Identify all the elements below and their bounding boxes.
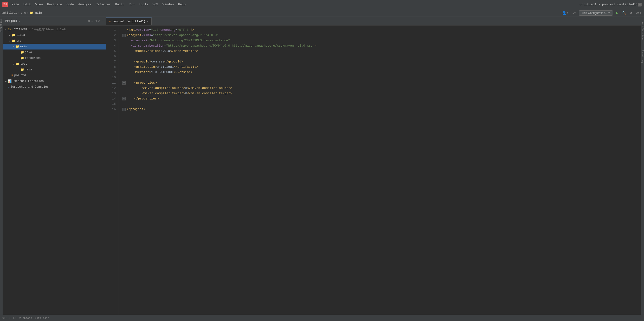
menu-navigate[interactable]: Navigate (45, 2, 64, 7)
panel-add-icon[interactable]: ⊕ (88, 19, 90, 23)
menu-refactor[interactable]: Refactor (94, 2, 113, 7)
code-line-11: − <properties> (122, 80, 641, 86)
tab-close-button[interactable]: ✕ (147, 20, 148, 23)
menu-window[interactable]: Window (160, 2, 176, 7)
tree-item-java2[interactable]: 📁 java (3, 67, 106, 73)
run-button[interactable]: ▶ (615, 10, 619, 16)
status-indent[interactable]: 2 spaces (19, 317, 32, 320)
tree-label-pomxml: pom.xml (14, 74, 26, 77)
fold-marker-2[interactable]: − (122, 34, 126, 37)
menu-build[interactable]: Build (113, 2, 126, 7)
fold-marker-11[interactable]: − (122, 81, 126, 85)
toolbar-right: 👤▾ ⎇ Add Configuration... ▾ ▶ 🔨 ↺ ≫▾ (561, 10, 642, 16)
idea-folder-icon: 📁 (12, 33, 16, 37)
tree-arrow-test: ▾ (12, 62, 16, 66)
tree-label-scratches: Scratches and Consoles (10, 85, 48, 89)
line-num-3: 3 (109, 38, 116, 43)
code-line-2: − <project xmlns="http://maven.apache.or… (122, 33, 641, 38)
project-tree: ▾ 🗂 untitled1 D:\中公教育\ide\untitled1 ▶ 📁 … (3, 25, 106, 315)
tree-path-untitled1: D:\中公教育\ide\untitled1 (29, 28, 66, 31)
tree-label-extlibs: External Libraries (12, 80, 44, 83)
eventlog-label[interactable]: Event Log (641, 50, 644, 63)
tree-item-test[interactable]: ▾ 📁 test (3, 61, 106, 67)
code-line-15 (122, 101, 641, 107)
line-num-10: 10 (109, 75, 116, 80)
menu-help[interactable]: Help (176, 2, 188, 7)
panel-close-icon[interactable]: − (102, 19, 104, 23)
scratches-icon: ✏ (8, 85, 10, 89)
navigation-bar: untitled1 › src › 📁 main 👤▾ ⎇ Add Config… (0, 9, 644, 17)
line-num-2: 2 (109, 33, 116, 38)
extlibs-icon: 📊 (8, 79, 12, 83)
account-icon[interactable]: 👤▾ (561, 10, 569, 15)
panel-collapse-icon[interactable]: ≡ (91, 19, 93, 23)
line-num-12: 12 (109, 86, 116, 91)
code-line-12: <maven.compiler.source>8</maven.compiler… (122, 86, 641, 91)
tree-item-main[interactable]: ▾ 📁 main (3, 44, 106, 49)
pomxml-icon: m (12, 74, 13, 77)
tree-item-src[interactable]: ▾ 📁 src (3, 38, 106, 44)
status-line-ending[interactable]: LF (13, 317, 16, 320)
title-bar: IJ File Edit View Navigate Code Analyze … (0, 0, 644, 9)
code-line-9: <version>1.0-SNAPSHOT</version> (122, 70, 641, 75)
menu-analyze[interactable]: Analyze (76, 2, 94, 7)
tree-item-extlibs[interactable]: ▶ 📊 External Libraries (3, 78, 106, 84)
tree-item-untitled1[interactable]: ▾ 🗂 untitled1 D:\中公教育\ide\untitled1 (3, 26, 106, 32)
tree-label-java2: java (25, 68, 32, 71)
breadcrumb-main[interactable]: main (35, 11, 42, 15)
tree-item-idea[interactable]: ▶ 📁 .idea (3, 32, 106, 38)
editor-content[interactable]: 1 2 3 4 5 6 7 8 9 10 11 12 13 14 15 16 (106, 25, 641, 315)
breadcrumb-project[interactable]: untitled1 (2, 11, 17, 15)
tree-item-resources[interactable]: 📁 resources (3, 55, 106, 61)
fold-marker-16[interactable]: + (122, 108, 126, 111)
status-encoding[interactable]: UTF-8 (2, 317, 10, 320)
git-icon[interactable]: ⎇ (571, 10, 577, 15)
tree-label-idea: .idea (16, 33, 25, 37)
menu-view[interactable]: View (33, 2, 44, 7)
project-panel-header: Project ▾ ⊕ ≡ ⊟ ⚙ − (3, 17, 106, 25)
breadcrumb-src[interactable]: src (21, 11, 26, 15)
code-line-5: <modelVersion>4.0.0</modelVersion> (122, 48, 641, 54)
minimize-button[interactable]: — (638, 3, 642, 6)
tab-bar: m pom.xml (untitled1) ✕ (106, 17, 641, 25)
code-area[interactable]: <?xml version="1.0" encoding="UTF-8"?> −… (118, 25, 641, 315)
line-num-13: 13 (109, 91, 116, 96)
java2-folder-icon: 📁 (20, 68, 24, 72)
reload-icon[interactable]: ↺ (629, 10, 633, 15)
status-git[interactable]: Git: main (35, 317, 49, 320)
menu-tools[interactable]: Tools (137, 2, 150, 7)
right-strip: Notifications Event Log (641, 17, 644, 315)
tree-item-java[interactable]: 📁 java (3, 49, 106, 55)
menu-edit[interactable]: Edit (22, 2, 33, 7)
tree-arrow-extlibs: ▶ (4, 80, 8, 83)
line-num-15: 15 (109, 101, 116, 107)
menu-vcs[interactable]: VCS (151, 2, 160, 7)
add-configuration-label: Add Configuration... (582, 11, 608, 15)
structure-strip-label[interactable]: Structure (0, 19, 3, 32)
tree-label-resources: resources (25, 56, 41, 60)
project-dropdown-icon[interactable]: ▾ (19, 20, 20, 22)
breadcrumb: untitled1 › src › 📁 main (2, 11, 42, 15)
menu-code[interactable]: Code (64, 2, 76, 7)
panel-settings-icon[interactable]: ⚙ (98, 19, 100, 23)
folder-icon: 📁 (30, 11, 33, 15)
add-configuration-button[interactable]: Add Configuration... ▾ (579, 10, 613, 16)
code-line-6 (122, 54, 641, 59)
fold-marker-14[interactable]: + (122, 97, 126, 100)
tree-item-pomxml[interactable]: m pom.xml (3, 73, 106, 78)
menu-run[interactable]: Run (127, 2, 136, 7)
left-strip: Structure (0, 17, 3, 315)
tab-pomxml-label: pom.xml (untitled1) (112, 20, 145, 23)
line-num-8: 8 (109, 64, 116, 70)
tree-item-scratches[interactable]: ✏ Scratches and Consoles (3, 84, 106, 90)
menu-file[interactable]: File (10, 2, 21, 7)
line-num-4: 4 (109, 43, 116, 48)
line-num-9: 9 (109, 70, 116, 75)
notifications-label[interactable]: Notifications (641, 22, 644, 40)
panel-expand-icon[interactable]: ⊟ (95, 19, 97, 23)
more-icon[interactable]: ≫▾ (635, 10, 642, 15)
tab-pomxml[interactable]: m pom.xml (untitled1) ✕ (106, 17, 152, 25)
build-icon[interactable]: 🔨 (621, 10, 627, 15)
line-num-6: 6 (109, 54, 116, 59)
bottom-bar: UTF-8 LF 2 spaces Git: main (0, 315, 644, 321)
